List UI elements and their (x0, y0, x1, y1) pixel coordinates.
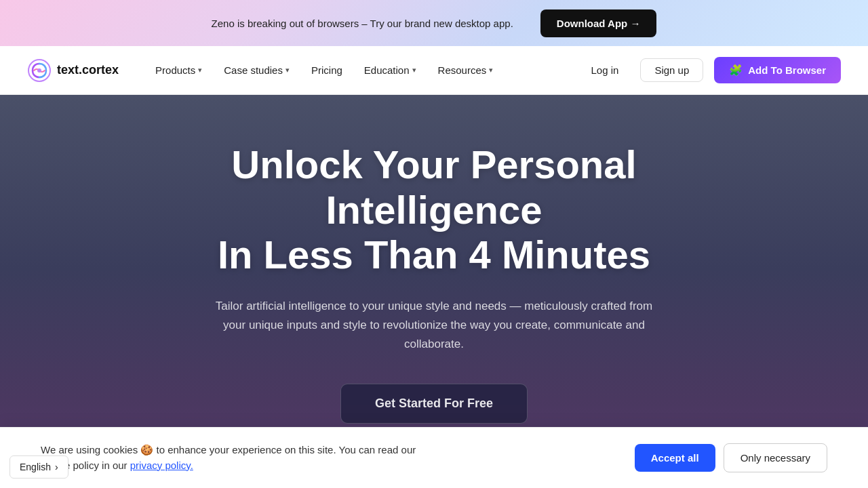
chevron-right-icon: › (55, 462, 58, 472)
nav-links: Products ▾ Case studies ▾ Pricing Educat… (146, 59, 580, 81)
cookie-text: We are using cookies 🍪 to enhance your e… (41, 443, 448, 473)
chevron-down-icon: ▾ (198, 66, 202, 75)
navbar: text.cortex Products ▾ Case studies ▾ Pr… (0, 46, 868, 95)
puzzle-icon: 🧩 (729, 64, 743, 77)
get-started-button[interactable]: Get Started For Free (340, 384, 528, 424)
top-banner: Zeno is breaking out of browsers – Try o… (0, 0, 868, 46)
only-necessary-button[interactable]: Only necessary (724, 443, 827, 472)
nav-products[interactable]: Products ▾ (146, 59, 212, 81)
logo[interactable]: text.cortex (27, 58, 119, 83)
accept-all-button[interactable]: Accept all (635, 444, 715, 472)
login-button[interactable]: Log in (580, 59, 630, 81)
nav-education[interactable]: Education ▾ (355, 59, 426, 81)
download-app-button[interactable]: Download App → (540, 9, 657, 37)
nav-case-studies[interactable]: Case studies ▾ (214, 59, 299, 81)
logo-icon (27, 58, 52, 83)
logo-text: text.cortex (57, 63, 119, 77)
cookie-actions: Accept all Only necessary (635, 443, 827, 472)
privacy-policy-link[interactable]: privacy policy. (130, 460, 193, 471)
chevron-down-icon: ▾ (489, 66, 493, 75)
nav-pricing[interactable]: Pricing (302, 59, 352, 81)
chevron-down-icon: ▾ (412, 66, 416, 75)
language-button[interactable]: English › (9, 455, 68, 479)
signup-button[interactable]: Sign up (640, 58, 703, 82)
svg-point-1 (37, 68, 41, 73)
cookie-banner: We are using cookies 🍪 to enhance your e… (0, 427, 868, 488)
hero-title: Unlock Your Personal Intelligence In Les… (129, 142, 739, 278)
banner-text: Zeno is breaking out of browsers – Try o… (212, 18, 513, 29)
nav-resources[interactable]: Resources ▾ (429, 59, 503, 81)
add-to-browser-button[interactable]: 🧩 Add To Browser (714, 57, 841, 83)
nav-right: Log in Sign up 🧩 Add To Browser (580, 57, 841, 83)
hero-subtitle: Tailor artificial intelligence to your u… (203, 297, 665, 354)
chevron-down-icon: ▾ (285, 66, 290, 75)
